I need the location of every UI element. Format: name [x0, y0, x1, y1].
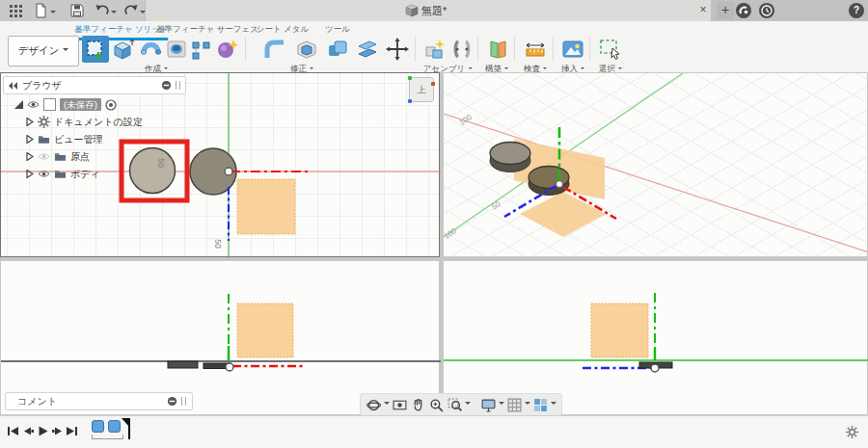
- timeline-sketch-feature-2[interactable]: [108, 420, 121, 433]
- expander-collapsed-icon[interactable]: [26, 135, 34, 144]
- file-menu-icon[interactable]: [33, 3, 48, 18]
- viewcube[interactable]: 上: [409, 77, 434, 102]
- cylinder-body-floating[interactable]: [490, 143, 530, 172]
- viewport-isometric-view[interactable]: 100 50 100: [443, 72, 868, 257]
- viewports-caret-icon[interactable]: [551, 402, 556, 408]
- fillet-button[interactable]: [261, 36, 288, 63]
- origin-point[interactable]: [226, 363, 233, 371]
- app-grid-icon[interactable]: [8, 3, 23, 18]
- panel-drag-handle[interactable]: [176, 81, 180, 90]
- minimize-panel-icon[interactable]: [167, 396, 177, 407]
- visibility-eye-icon[interactable]: [38, 170, 50, 178]
- timeline-playhead[interactable]: [121, 418, 131, 441]
- viewport-right-view[interactable]: [443, 260, 868, 415]
- grid-settings-caret-icon[interactable]: [525, 402, 530, 408]
- notifications-clock-icon[interactable]: [759, 3, 774, 18]
- visibility-eye-icon[interactable]: [27, 100, 40, 109]
- move-button[interactable]: [384, 36, 411, 63]
- redo-caret-icon[interactable]: [140, 11, 146, 16]
- sketch-profile-square[interactable]: [237, 303, 293, 357]
- step-forward-button[interactable]: [51, 425, 64, 437]
- origin-point[interactable]: [556, 181, 563, 188]
- create-sketch-button[interactable]: [82, 36, 109, 63]
- browser-header[interactable]: ブラウザ: [3, 76, 186, 94]
- panel-drag-handle[interactable]: [181, 397, 186, 406]
- hole-button[interactable]: [163, 36, 190, 63]
- zoom-window-caret-icon[interactable]: [465, 402, 471, 408]
- grid-settings-button[interactable]: [506, 397, 523, 413]
- orbit-caret-icon[interactable]: [384, 402, 390, 408]
- axis-scale-label: 50: [213, 239, 223, 248]
- minimize-panel-icon[interactable]: [161, 80, 172, 91]
- zoom-button[interactable]: [428, 397, 445, 413]
- collapse-panel-icon[interactable]: [9, 82, 17, 90]
- origin-point[interactable]: [225, 168, 232, 175]
- sketch-profile-square[interactable]: [591, 303, 648, 357]
- step-back-button[interactable]: [22, 425, 35, 437]
- job-status-icon[interactable]: [736, 3, 751, 18]
- cylinder-body-origin[interactable]: [529, 167, 569, 196]
- construction-plane-button[interactable]: [484, 36, 511, 63]
- browser-panel: ブラウザ (未保存) ドキュメントの設定: [3, 76, 186, 181]
- zoom-window-button[interactable]: [447, 397, 463, 413]
- sketch-plane-flat[interactable]: [520, 192, 606, 237]
- document-title: 無題*: [421, 4, 447, 18]
- activate-component-radio-icon[interactable]: [105, 99, 117, 111]
- orbit-button[interactable]: [366, 397, 382, 413]
- undo-caret-icon[interactable]: [111, 11, 117, 16]
- window-select-button[interactable]: [597, 36, 624, 63]
- redo-icon[interactable]: [123, 3, 139, 18]
- go-to-start-button[interactable]: [7, 425, 19, 437]
- visibility-eye-hidden-icon[interactable]: [38, 152, 50, 161]
- timeline-sketch-feature-1[interactable]: [92, 420, 104, 433]
- viewport-top-view[interactable]: 50 50 上 ブラウザ (未保存: [0, 72, 440, 257]
- extrude-button[interactable]: [110, 36, 137, 63]
- expander-expanded-icon[interactable]: [14, 100, 23, 109]
- form-button[interactable]: [213, 36, 240, 63]
- sketch-profile-square[interactable]: [237, 179, 295, 234]
- expander-collapsed-icon[interactable]: [26, 152, 34, 161]
- pan-button[interactable]: [410, 397, 426, 413]
- browser-item-bodies[interactable]: ボディ: [3, 167, 186, 181]
- expander-collapsed-icon[interactable]: [26, 170, 34, 178]
- ribbon-separator: [477, 37, 478, 62]
- cylinder-body-edge[interactable]: [168, 361, 198, 368]
- folder-icon: [54, 151, 67, 162]
- viewports-button[interactable]: [532, 397, 549, 413]
- ribbon-separator: [415, 37, 416, 62]
- pattern-button[interactable]: [189, 36, 216, 63]
- display-settings-caret-icon[interactable]: [499, 402, 504, 408]
- save-icon[interactable]: [69, 3, 85, 18]
- revolve-button[interactable]: [137, 36, 164, 63]
- look-at-button[interactable]: [392, 397, 408, 413]
- offset-face-button[interactable]: [354, 36, 381, 63]
- viewcube-y-dot: [408, 76, 412, 80]
- isometric-scene: [444, 73, 868, 258]
- workspace-menu-button[interactable]: デザイン: [8, 36, 79, 66]
- browser-item-document-settings[interactable]: ドキュメントの設定: [3, 115, 186, 129]
- display-settings-button[interactable]: [480, 397, 497, 413]
- insert-image-button[interactable]: [559, 36, 586, 63]
- play-button[interactable]: [37, 425, 49, 437]
- file-menu-caret-icon[interactable]: [50, 11, 56, 16]
- timeline-settings-gear-icon[interactable]: [846, 426, 858, 438]
- new-component-button[interactable]: [421, 36, 448, 63]
- measure-button[interactable]: [522, 36, 549, 63]
- go-to-end-button[interactable]: [66, 425, 78, 437]
- expander-collapsed-icon[interactable]: [26, 118, 34, 126]
- joint-button[interactable]: [448, 36, 475, 63]
- close-tab-button[interactable]: ×: [696, 3, 710, 16]
- browser-item-view-management[interactable]: ビュー管理: [3, 132, 186, 146]
- undo-icon[interactable]: [95, 3, 110, 18]
- browser-root-row[interactable]: (未保存): [3, 97, 186, 112]
- new-tab-button[interactable]: +: [717, 2, 734, 19]
- browser-item-origin[interactable]: 原点: [3, 149, 186, 164]
- comment-panel[interactable]: コメント: [5, 392, 193, 410]
- origin-point[interactable]: [651, 364, 659, 372]
- ribbon-toolbar: 基準フィーチャ ソリッド 基準フィーチャ サーフェス シート メタル ツール デ…: [0, 21, 868, 72]
- ribbon-separator: [514, 37, 515, 62]
- shell-button[interactable]: [293, 36, 320, 63]
- help-button[interactable]: ?: [849, 3, 864, 18]
- document-cube-icon: [405, 4, 419, 17]
- combine-button[interactable]: [324, 36, 351, 63]
